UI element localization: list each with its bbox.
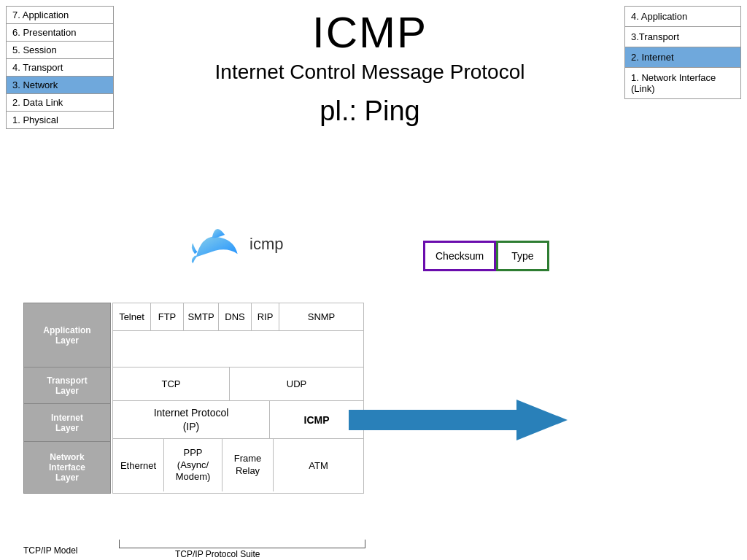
osi-row-1: 1. Physical <box>7 112 113 128</box>
icmp-arrow <box>349 400 568 443</box>
icmp-icon-area: icmp <box>190 219 283 270</box>
osi-row-4: 4. Transport <box>7 59 113 77</box>
tcp-ip-diagram: ApplicationLayer TransportLayer Internet… <box>23 303 364 494</box>
tcpip-row-3: 3.Transport <box>625 27 740 47</box>
tcpip-suite-bottom-label: TCP/IP Protocol Suite <box>175 549 260 559</box>
app-layer-label: ApplicationLayer <box>23 303 111 367</box>
osi-row-3: 3. Network <box>7 77 113 94</box>
type-box: Type <box>496 241 549 271</box>
tcpip-row-2: 2. Internet <box>625 47 740 68</box>
netif-layer-label: NetworkInterfaceLayer <box>23 441 111 494</box>
ip-cell: Internet Protocol(IP) <box>113 401 270 438</box>
tcp-cell: TCP <box>113 368 230 400</box>
osi-row-6: 6. Presentation <box>7 24 113 42</box>
netif-protocol-row: Ethernet PPP(Async/Modem) FrameRelay ATM <box>113 439 363 491</box>
snmp-cell: SNMP <box>279 303 363 330</box>
example-text: pl.: Ping <box>131 96 608 127</box>
layer-labels-column: ApplicationLayer TransportLayer Internet… <box>23 303 111 494</box>
rip-cell: RIP <box>252 303 279 330</box>
app-row-spacer <box>113 331 363 368</box>
checksum-type-area: Checksum Type <box>423 241 549 271</box>
protocol-grid: Telnet FTP SMTP DNS RIP SNMP TCP UDP Int… <box>112 303 364 494</box>
icmp-icon-label: icmp <box>249 235 283 254</box>
tcpip-model-bottom-label: TCP/IP Model <box>23 545 77 556</box>
ppp-cell: PPP(Async/Modem) <box>164 439 222 491</box>
osi-row-2: 2. Data Link <box>7 94 113 112</box>
osi-row-5: 5. Session <box>7 42 113 59</box>
smtp-cell: SMTP <box>184 303 219 330</box>
bracket-line <box>119 540 365 548</box>
shark-icon <box>190 219 241 270</box>
internet-layer-label: InternetLayer <box>23 403 111 441</box>
osi-row-7: 7. Application <box>7 7 113 24</box>
telnet-cell: Telnet <box>113 303 151 330</box>
svg-marker-0 <box>349 400 568 440</box>
internet-protocol-row: Internet Protocol(IP) ICMP <box>113 401 363 439</box>
transport-layer-label: TransportLayer <box>23 367 111 403</box>
page-title: ICMP <box>131 7 608 58</box>
tcpip-model-panel: 4. Application 3.Transport 2. Internet 1… <box>624 6 741 99</box>
tcpip-row-4: 4. Application <box>625 7 740 27</box>
frame-relay-cell: FrameRelay <box>222 439 274 491</box>
subtitle: Internet Control Message Protocol <box>131 61 608 84</box>
app-spacer-cell <box>113 331 363 367</box>
transport-protocol-row: TCP UDP <box>113 368 363 401</box>
ftp-cell: FTP <box>151 303 184 330</box>
ethernet-cell: Ethernet <box>113 439 164 491</box>
app-protocol-row: Telnet FTP SMTP DNS RIP SNMP <box>113 303 363 331</box>
osi-model-panel: 7. Application 6. Presentation 5. Sessio… <box>6 6 114 129</box>
tcpip-row-1: 1. Network Interface (Link) <box>625 68 740 98</box>
atm-cell: ATM <box>274 439 363 491</box>
checksum-box: Checksum <box>423 241 496 271</box>
dns-cell: DNS <box>219 303 252 330</box>
udp-cell: UDP <box>230 368 363 400</box>
main-title-area: ICMP Internet Control Message Protocol p… <box>131 7 608 127</box>
